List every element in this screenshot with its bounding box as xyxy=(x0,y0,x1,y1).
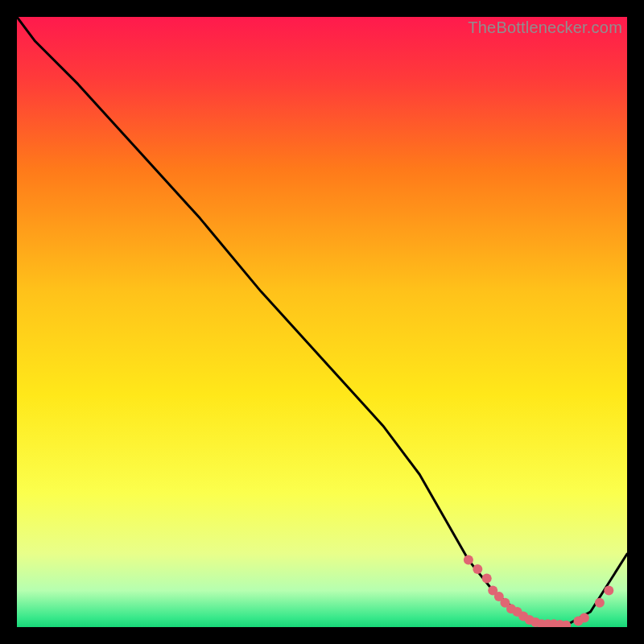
watermark-text: TheBottlenecker.com xyxy=(468,19,622,37)
highlight-dot xyxy=(604,586,613,596)
highlight-dot xyxy=(595,598,605,608)
highlight-dot xyxy=(473,564,482,574)
highlight-dot xyxy=(482,573,492,583)
gradient-background xyxy=(17,17,627,627)
highlight-dot xyxy=(580,613,589,623)
highlight-dot xyxy=(464,555,473,565)
chart-frame: TheBottlenecker.com xyxy=(17,17,627,627)
bottleneck-chart xyxy=(17,17,627,627)
